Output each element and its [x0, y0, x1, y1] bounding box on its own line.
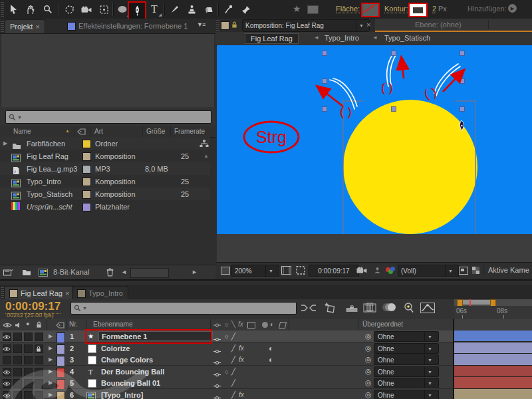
column-divider[interactable] [210, 319, 211, 331]
eye-icon[interactable] [3, 334, 11, 340]
interpret-footage-icon[interactable] [3, 269, 13, 277]
workspace-image-icon[interactable] [307, 5, 319, 14]
fx-switch[interactable]: fx [239, 354, 244, 365]
layer-bar[interactable] [454, 389, 532, 399]
solo-well[interactable] [24, 344, 33, 353]
eye-well[interactable] [3, 356, 11, 364]
shy-switch[interactable] [213, 392, 221, 399]
column-framerate[interactable]: Framerate [174, 128, 205, 135]
column-divider[interactable] [47, 319, 47, 331]
label-tag-icon[interactable] [56, 322, 65, 329]
label-chip[interactable] [67, 22, 76, 31]
hand-tool-button[interactable] [23, 1, 39, 17]
pan-behind-tool-button[interactable] [96, 1, 112, 17]
lock-well[interactable] [35, 344, 43, 353]
layer-name[interactable]: Colorize [101, 342, 130, 354]
dropdown-icon[interactable]: ▼ [424, 332, 435, 341]
column-divider[interactable] [90, 126, 91, 137]
stroke-width-value[interactable]: 2 [432, 5, 436, 13]
label-chip[interactable] [82, 178, 91, 186]
audio-well[interactable] [13, 379, 22, 388]
close-icon[interactable]: × [65, 289, 69, 297]
expand-icon[interactable]: ▶ [49, 377, 53, 388]
solo-well[interactable] [24, 332, 33, 341]
fill-swatch[interactable] [361, 3, 380, 17]
hide-shy-layers-icon[interactable] [346, 305, 358, 313]
parent-select[interactable]: Ohne▼ [374, 378, 439, 388]
frame-blend-column-icon[interactable] [247, 322, 255, 329]
add-circle-icon[interactable]: ▶ [508, 4, 517, 13]
audio-icon[interactable] [15, 322, 21, 329]
timeline-tab-typo-intro[interactable]: Typo_Intro [72, 286, 128, 300]
solo-well[interactable] [24, 391, 33, 399]
layer-row-der-bouncing-ball[interactable]: ▶ 4 T Der Bouncing Ball ☼ ╱ ◎ Ohne▼ [0, 366, 453, 378]
show-channels-icon[interactable] [386, 267, 395, 274]
breadcrumb-item[interactable]: Typo_Intro [325, 34, 359, 42]
collapse-switch[interactable]: ☼ [223, 331, 229, 342]
pen-tool-button[interactable] [128, 1, 146, 20]
time-ruler[interactable]: 06s 08s [454, 306, 532, 320]
video-eye-icon[interactable] [3, 323, 12, 328]
threed-column-icon[interactable] [279, 322, 287, 329]
layer-row-typo-intro[interactable]: ▶ 6 [Typo_Intro] ╱ fx ◎ Ohne▼ [0, 389, 453, 399]
draft-3d-icon[interactable] [325, 302, 336, 314]
label-chip[interactable] [57, 391, 65, 399]
track-divider[interactable] [453, 319, 454, 399]
comp-timecode-display[interactable]: 0:00:09:17 [309, 265, 359, 277]
quality-switch[interactable]: ╱ [231, 342, 235, 354]
eye-icon[interactable] [3, 346, 11, 352]
audio-well[interactable] [13, 344, 22, 353]
panel-grabber[interactable] [1, 20, 4, 32]
column-divider[interactable] [86, 319, 87, 331]
project-row-platzhalter[interactable]: Ursprün...scht Platzhalter [0, 200, 210, 213]
panel-grabber[interactable] [216, 20, 219, 31]
layer-name[interactable]: Der Bouncing Ball [101, 366, 164, 377]
label-tag-icon[interactable] [77, 128, 86, 135]
label-chip[interactable] [82, 190, 91, 199]
rotation-tool-button[interactable] [61, 1, 77, 17]
layer-bar[interactable] [454, 377, 532, 389]
column-divider[interactable] [142, 126, 143, 137]
scroll-right-icon[interactable]: ► [192, 269, 198, 275]
magnification-select[interactable]: 200% ▼ [231, 265, 279, 277]
item-name[interactable]: Typo_Intro [27, 175, 61, 188]
layer-name[interactable]: Bouncing Ball 01 [101, 377, 160, 388]
scrollbar-thumb[interactable] [130, 268, 169, 278]
layer-bar[interactable] [454, 331, 532, 342]
type-tool-button[interactable]: T◢ [146, 1, 162, 17]
item-name[interactable]: Fig Leaf Rag [27, 150, 68, 162]
layer-row-colorize[interactable]: ▶ 2 Colorize ╱ fx ◐ ◎ Ohne▼ [0, 342, 453, 354]
snapshot-camera-icon[interactable] [356, 267, 367, 274]
column-art[interactable]: Art [94, 128, 103, 135]
comp-canvas[interactable]: ( ) ( ) ( ) Strg [217, 45, 532, 234]
solo-icon[interactable]: ● [26, 321, 29, 327]
item-name[interactable]: Fig Lea...g.mp3 [27, 162, 77, 175]
current-time-indicator[interactable] [470, 299, 471, 306]
quality-switch[interactable]: ╱ [231, 331, 235, 342]
layer-name[interactable]: Change Colors [101, 354, 153, 365]
motion-blur-icon[interactable] [382, 303, 397, 313]
adjustment-layer-switch[interactable]: ◐ [269, 354, 273, 365]
expand-icon[interactable]: ▶ [49, 366, 53, 377]
close-icon[interactable]: × [366, 21, 370, 29]
label-chip[interactable] [82, 203, 91, 211]
project-row-figleafrag[interactable]: Fig Leaf Rag Komposition 25 [0, 150, 210, 162]
clone-stamp-tool-button[interactable] [184, 1, 200, 17]
adjustment-column-icon[interactable]: ◐ [270, 321, 274, 328]
lock-well[interactable] [35, 391, 43, 399]
puppet-pin-tool-button[interactable] [220, 1, 236, 17]
item-name[interactable]: Farbflächen [27, 137, 65, 150]
expand-icon[interactable]: ▶ [3, 137, 7, 150]
quality-switch[interactable]: ╱ [231, 354, 235, 365]
parent-pickwhip-icon[interactable]: ◎ [365, 377, 372, 388]
new-folder-icon[interactable] [22, 269, 31, 276]
flowchart-icon[interactable] [200, 140, 209, 148]
column-divider[interactable] [170, 126, 171, 137]
frame-blend-icon[interactable] [363, 303, 376, 313]
viewer-dropdown-icon[interactable]: ▼ [356, 20, 366, 31]
column-uebergeordnet[interactable]: Übergeordnet [362, 321, 403, 328]
dropdown-icon[interactable]: ▼ [424, 355, 435, 364]
parent-select[interactable]: Ohne▼ [374, 343, 439, 354]
timeline-tab-figleafrag[interactable]: Fig Leaf Rag × [4, 286, 74, 300]
add-label[interactable]: Hinzufügen: [467, 5, 507, 13]
